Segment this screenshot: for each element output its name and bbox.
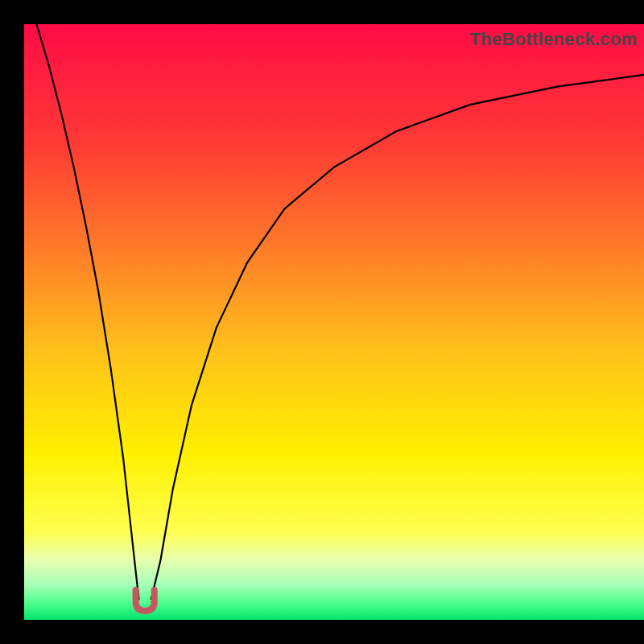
gradient-background xyxy=(24,24,644,620)
plot-area: TheBottleneck.com xyxy=(24,24,644,620)
watermark-text: TheBottleneck.com xyxy=(470,29,638,50)
chart-frame: TheBottleneck.com xyxy=(0,0,644,644)
chart-svg xyxy=(24,24,644,620)
